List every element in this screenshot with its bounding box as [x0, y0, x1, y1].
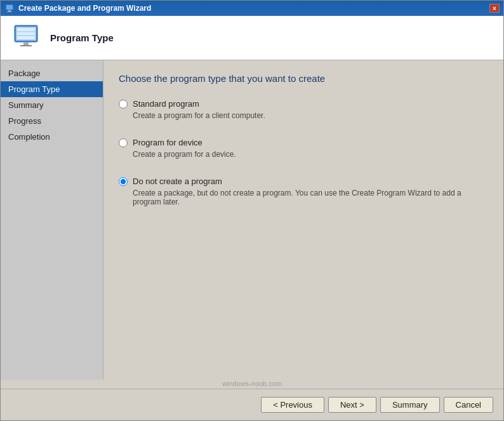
option-device-row: Program for device	[119, 138, 488, 147]
title-bar-left: Create Package and Program Wizard	[4, 3, 151, 13]
svg-rect-1	[6, 5, 13, 10]
option-device-group: Program for device Create a program for …	[119, 138, 488, 159]
radio-device[interactable]	[119, 138, 128, 147]
label-device[interactable]: Program for device	[133, 138, 202, 147]
title-bar: Create Package and Program Wizard ×	[1, 1, 503, 16]
label-none[interactable]: Do not create a program	[133, 177, 222, 186]
option-standard-group: Standard program Create a program for a …	[119, 99, 488, 120]
footer-buttons: < Previous Next > Summary Cancel	[1, 389, 503, 420]
svg-rect-2	[8, 10, 11, 11]
option-none-group: Do not create a program Create a package…	[119, 177, 488, 206]
wizard-window: Create Package and Program Wizard × Prog…	[0, 0, 504, 421]
svg-rect-3	[7, 11, 12, 12]
next-button[interactable]: Next >	[328, 397, 376, 413]
header-area: Program Type	[1, 16, 503, 60]
sidebar-item-completion[interactable]: Completion	[1, 129, 103, 145]
svg-rect-6	[23, 42, 29, 45]
main-area: Package Program Type Summary Progress Co…	[1, 60, 503, 380]
sidebar-item-program-type[interactable]: Program Type	[1, 81, 103, 97]
sidebar-item-summary[interactable]: Summary	[1, 97, 103, 113]
option-none-row: Do not create a program	[119, 177, 488, 186]
radio-standard[interactable]	[119, 100, 128, 109]
radio-none[interactable]	[119, 177, 128, 186]
svg-rect-7	[20, 45, 32, 46]
desc-standard: Create a program for a client computer.	[133, 111, 488, 120]
summary-button[interactable]: Summary	[380, 397, 440, 413]
desc-none: Create a package, but do not create a pr…	[133, 189, 488, 206]
label-standard[interactable]: Standard program	[133, 99, 199, 109]
footer: windows-noob.com < Previous Next > Summa…	[1, 380, 503, 420]
window-title: Create Package and Program Wizard	[18, 4, 151, 13]
sidebar-item-package[interactable]: Package	[1, 65, 103, 81]
cancel-button[interactable]: Cancel	[444, 397, 493, 413]
header-icon	[11, 23, 41, 53]
close-button[interactable]: ×	[489, 4, 500, 13]
option-standard-row: Standard program	[119, 99, 488, 109]
svg-rect-8	[17, 28, 35, 39]
desc-device: Create a program for a device.	[133, 150, 488, 159]
header-title: Program Type	[50, 32, 114, 43]
sidebar-item-progress[interactable]: Progress	[1, 113, 103, 129]
window-icon	[4, 3, 15, 13]
watermark: windows-noob.com	[1, 380, 503, 389]
content-title: Choose the program type that you want to…	[119, 73, 488, 84]
previous-button[interactable]: < Previous	[261, 397, 324, 413]
sidebar: Package Program Type Summary Progress Co…	[1, 60, 103, 380]
content-area: Choose the program type that you want to…	[103, 60, 503, 380]
